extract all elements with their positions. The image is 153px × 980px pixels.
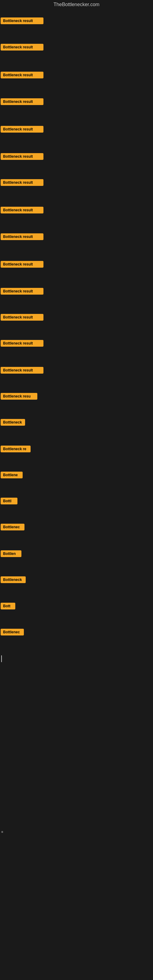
bottleneck-badge[interactable]: Bottlenec [1,629,24,635]
bottleneck-badge[interactable]: Bottleneck result [1,179,43,186]
bottleneck-badge[interactable]: Bottlen [1,550,21,557]
bottleneck-badge[interactable]: Bottleneck re [1,445,30,452]
bottleneck-item-15[interactable]: Bottleneck resu [1,393,37,401]
bottleneck-item-16[interactable]: Bottleneck [1,419,25,427]
bottleneck-item-7[interactable]: Bottleneck result [1,179,43,187]
bottleneck-item-18[interactable]: Bottlene [1,472,22,480]
bottleneck-item-21[interactable]: Bottlen [1,550,21,558]
site-title: TheBottlenecker.com [0,0,153,9]
bottleneck-item-4[interactable]: Bottleneck result [1,98,43,106]
bottleneck-badge[interactable]: Bottl [1,498,18,504]
bottleneck-item-6[interactable]: Bottleneck result [1,153,43,161]
bottleneck-badge[interactable]: Bottleneck result [1,314,43,321]
bottleneck-badge[interactable]: Bottleneck result [1,18,43,24]
bottleneck-badge[interactable]: Bottleneck result [1,72,43,78]
bottleneck-item-9[interactable]: Bottleneck result [1,233,43,241]
bottleneck-item-5[interactable]: Bottleneck result [1,126,43,134]
bottleneck-item-19[interactable]: Bottl [1,498,18,506]
bottleneck-badge[interactable]: Bottlene [1,472,22,478]
small-indicator: ≡ [1,830,3,834]
bottleneck-item-2[interactable]: Bottleneck result [1,44,43,52]
bottleneck-badge[interactable]: Bott [1,603,15,609]
bottleneck-item-23[interactable]: Bott [1,603,15,611]
bottleneck-badge[interactable]: Bottleneck [1,576,26,583]
bottleneck-item-10[interactable]: Bottleneck result [1,261,43,269]
bottleneck-badge[interactable]: Bottleneck result [1,153,43,160]
bottleneck-badge[interactable]: Bottleneck result [1,98,43,105]
bottleneck-badge[interactable]: Bottleneck result [1,367,43,374]
bottleneck-badge[interactable]: Bottleneck result [1,207,43,213]
bottleneck-badge[interactable]: Bottlenec [1,524,24,530]
bottleneck-item-13[interactable]: Bottleneck result [1,340,43,348]
bottleneck-item-11[interactable]: Bottleneck result [1,288,43,296]
bottleneck-item-3[interactable]: Bottleneck result [1,72,43,80]
bottleneck-item-17[interactable]: Bottleneck re [1,445,30,453]
bottleneck-badge[interactable]: Bottleneck [1,419,25,426]
cursor-indicator [1,655,2,662]
bottleneck-badge[interactable]: Bottleneck result [1,261,43,268]
bottleneck-badge[interactable]: Bottleneck result [1,126,43,133]
bottleneck-badge[interactable]: Bottleneck result [1,340,43,347]
bottleneck-badge[interactable]: Bottleneck resu [1,393,37,400]
bottleneck-item-24[interactable]: Bottlenec [1,629,24,637]
bottleneck-item-20[interactable]: Bottlenec [1,524,24,531]
bottleneck-item-1[interactable]: Bottleneck result [1,18,43,25]
bottleneck-badge[interactable]: Bottleneck result [1,233,43,240]
bottleneck-item-22[interactable]: Bottleneck [1,576,26,584]
bottleneck-item-12[interactable]: Bottleneck result [1,314,43,322]
bottleneck-badge[interactable]: Bottleneck result [1,288,43,294]
bottleneck-badge[interactable]: Bottleneck result [1,44,43,51]
bottleneck-item-14[interactable]: Bottleneck result [1,367,43,375]
page-wrapper: TheBottlenecker.com ≡ Bottleneck resultB… [0,0,153,980]
bottleneck-item-8[interactable]: Bottleneck result [1,207,43,215]
